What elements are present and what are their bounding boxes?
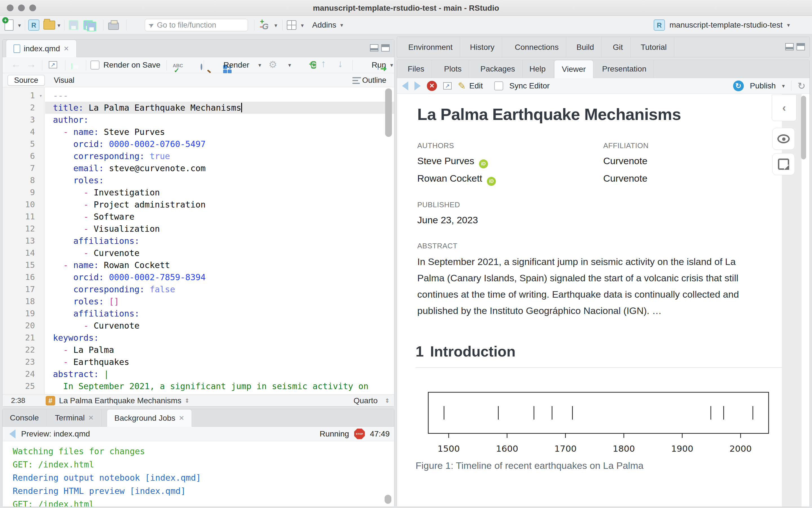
viewer-back-icon[interactable] xyxy=(402,81,408,90)
tab-viewer[interactable]: Viewer xyxy=(554,60,593,78)
tab-connections[interactable]: Connections xyxy=(508,37,566,57)
stop-job-icon[interactable] xyxy=(354,429,365,439)
addins-menu[interactable]: Addins xyxy=(312,16,343,34)
job-back-icon[interactable] xyxy=(9,429,15,438)
code-line: affiliations: xyxy=(45,235,394,247)
code-line: roles: xyxy=(45,174,394,186)
maximize-pane-icon[interactable] xyxy=(381,44,390,51)
insert-chunk-icon[interactable] xyxy=(311,61,316,69)
new-file-icon xyxy=(4,19,13,31)
open-recent-caret-icon[interactable] xyxy=(57,22,60,29)
tab-files[interactable]: Files xyxy=(400,60,432,78)
tab-packages[interactable]: Packages xyxy=(473,60,523,78)
publish-icon[interactable] xyxy=(733,81,744,91)
tab-environment[interactable]: Environment xyxy=(401,37,460,57)
tab-build[interactable]: Build xyxy=(569,37,602,57)
minimize-pane-icon[interactable] xyxy=(370,44,378,51)
console-output-line: Rendering HTML preview [index.qmd] xyxy=(13,484,394,498)
render-on-save-checkbox[interactable] xyxy=(90,60,99,70)
render-caret-icon[interactable] xyxy=(258,62,261,69)
job-output[interactable]: Watching files for changesGET: /index.ht… xyxy=(3,441,394,507)
tab-help[interactable]: Help xyxy=(522,60,553,78)
refresh-icon[interactable] xyxy=(798,80,806,91)
save-button[interactable] xyxy=(69,16,78,34)
gear-caret-icon[interactable] xyxy=(288,62,291,69)
save-all-button[interactable] xyxy=(83,16,96,34)
files-tabstrip: FilesPlotsPackagesHelpViewerPresentation xyxy=(397,60,809,78)
visual-mode-button[interactable]: Visual xyxy=(48,75,81,86)
publish-caret-icon[interactable] xyxy=(782,83,785,89)
minimize-pane-icon[interactable] xyxy=(785,43,794,50)
search-icon[interactable] xyxy=(201,64,202,70)
editor-tabstrip: index.qmd xyxy=(3,40,394,57)
go-previous-section-icon[interactable]: ↑ xyxy=(321,58,326,70)
mode-selector[interactable]: Quarto xyxy=(354,396,378,405)
tab-background-jobs[interactable]: Background Jobs xyxy=(107,409,192,427)
job-status: Running xyxy=(320,429,349,438)
editor-scrollbar[interactable] xyxy=(385,88,392,137)
save-file-icon[interactable] xyxy=(71,64,72,69)
tab-git[interactable]: Git xyxy=(606,37,631,57)
close-tab-icon[interactable] xyxy=(178,414,184,422)
tab-tutorial[interactable]: Tutorial xyxy=(634,37,674,57)
clear-viewer-icon[interactable] xyxy=(427,81,437,91)
orcid-icon[interactable] xyxy=(487,177,496,186)
section-selector[interactable]: La Palma Earthquake Mechanisms xyxy=(59,396,181,405)
tab-terminal[interactable]: Terminal xyxy=(48,409,102,427)
sync-editor-checkbox[interactable] xyxy=(494,81,503,90)
line-number: 5 xyxy=(3,138,44,150)
figure-caption: Figure 1: Timeline of recent earthquakes… xyxy=(416,460,644,471)
back-icon[interactable]: ← xyxy=(11,58,21,70)
open-file-button[interactable] xyxy=(43,16,55,34)
publish-button[interactable]: Publish xyxy=(750,81,776,90)
new-project-button[interactable] xyxy=(28,16,39,34)
gear-icon[interactable] xyxy=(269,59,277,70)
close-tab-icon[interactable] xyxy=(88,414,94,422)
new-file-button[interactable] xyxy=(4,16,13,34)
new-file-caret-icon[interactable] xyxy=(18,22,21,29)
source-mode-button[interactable]: Source xyxy=(8,75,45,86)
goto-file-function-input[interactable]: Go to file/function xyxy=(145,19,248,31)
viewer-popout-icon[interactable] xyxy=(443,82,452,90)
close-tab-icon[interactable] xyxy=(64,45,69,53)
edit-button[interactable]: Edit xyxy=(470,81,483,90)
outline-button[interactable]: Outline xyxy=(356,75,393,86)
render-button[interactable]: Render xyxy=(224,60,249,70)
viewer-forward-icon[interactable] xyxy=(414,81,421,90)
go-next-section-icon[interactable]: ↓ xyxy=(338,58,343,70)
git-button[interactable] xyxy=(259,16,269,34)
svg-text:1800: 1800 xyxy=(613,443,635,454)
console-output-line: Rendering output notebook [index.qmd] xyxy=(13,471,394,484)
svg-text:1500: 1500 xyxy=(438,443,460,454)
line-number: 6 xyxy=(3,150,44,162)
text-cursor xyxy=(241,103,242,112)
tab-index-qmd[interactable]: index.qmd xyxy=(6,40,77,57)
workspace-panes-button[interactable] xyxy=(287,16,296,34)
code-line: title: La Palma Earthquake Mechanisms xyxy=(45,102,394,114)
toc-visibility-button[interactable] xyxy=(772,128,795,150)
section-title: Introduction xyxy=(430,343,515,359)
viewer-scrollbar[interactable] xyxy=(801,96,806,159)
print-button[interactable] xyxy=(108,16,119,34)
project-menu[interactable]: manuscript-template-rstudio-test xyxy=(654,16,790,34)
tab-plots[interactable]: Plots xyxy=(437,60,469,78)
tab-history[interactable]: History xyxy=(462,37,502,57)
spellcheck-icon[interactable]: ABC xyxy=(173,63,183,69)
run-button[interactable]: Run xyxy=(372,60,386,70)
code-editor[interactable]: 1234567891011121314151617181920212223242… xyxy=(3,87,394,394)
git-caret-icon[interactable] xyxy=(275,22,277,29)
console-scrollbar[interactable] xyxy=(384,495,391,504)
maximize-pane-icon[interactable] xyxy=(797,43,805,50)
popout-icon[interactable] xyxy=(49,61,57,69)
tab-presentation[interactable]: Presentation xyxy=(595,60,654,78)
fold-caret-icon[interactable] xyxy=(39,90,42,102)
annotation-button[interactable] xyxy=(772,153,795,175)
tab-label: Console xyxy=(10,413,39,422)
orcid-icon[interactable] xyxy=(479,159,488,168)
window-titlebar: manuscript-template-rstudio-test - main … xyxy=(0,0,812,16)
run-caret-icon[interactable] xyxy=(390,62,393,69)
tab-console[interactable]: Console xyxy=(3,409,46,427)
forward-icon[interactable]: → xyxy=(26,58,36,70)
edit-icon[interactable] xyxy=(458,80,466,91)
panes-caret-icon[interactable] xyxy=(301,22,304,29)
